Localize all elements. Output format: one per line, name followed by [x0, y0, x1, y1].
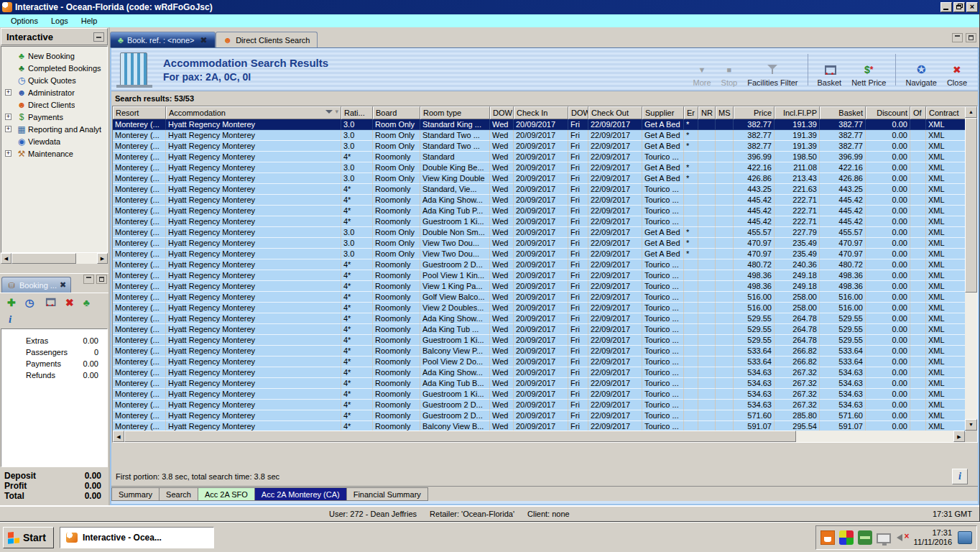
table-row[interactable]: Monterey (...Hyatt Regency Monterey3.0Ro… — [113, 141, 966, 152]
column-header-rati[interactable]: Rati... — [341, 106, 373, 119]
table-row[interactable]: Monterey (...Hyatt Regency Monterey4*Roo… — [113, 292, 966, 303]
table-row[interactable]: Monterey (...Hyatt Regency Monterey4*Roo… — [113, 367, 966, 378]
booking-maximize-button[interactable] — [96, 275, 107, 284]
scroll-thumb[interactable] — [965, 118, 977, 293]
sidebar-item-reporting-and-analyt[interactable]: +▦Reporting and Analyt — [1, 123, 107, 135]
column-header-discount[interactable]: Discount — [866, 106, 910, 119]
column-header-contract[interactable]: Contract — [926, 106, 966, 119]
table-row[interactable]: Monterey (...Hyatt Regency Monterey4*Roo… — [113, 410, 966, 421]
bottom-tab-acc-2a-monterey-ca[interactable]: Acc 2A Monterey (CA) — [255, 487, 347, 501]
column-header-of[interactable]: Of — [910, 106, 926, 119]
start-button[interactable]: Start — [3, 527, 54, 548]
scroll-thumb[interactable] — [124, 431, 796, 442]
table-row[interactable]: Monterey (...Hyatt Regency Monterey4*Roo… — [113, 400, 966, 410]
column-header-dow[interactable]: DOW — [568, 106, 588, 119]
tab-direct-clients-search[interactable]: ☻ Direct Clients Search — [216, 32, 318, 47]
table-row[interactable]: Monterey (...Hyatt Regency Monterey4*Roo… — [113, 324, 966, 335]
table-row[interactable]: Monterey (...Hyatt Regency Monterey4*Roo… — [113, 152, 966, 162]
table-row[interactable]: Monterey (...Hyatt Regency Monterey3.0Ro… — [113, 173, 966, 184]
pane-minimize-button[interactable] — [952, 33, 963, 42]
sidebar-item-new-booking[interactable]: +♣New Booking — [1, 50, 107, 62]
quick-quote-button[interactable]: ◷ — [25, 297, 34, 308]
tray-clock[interactable]: 17:31 11/11/2016 — [914, 528, 952, 547]
sidebar-item-maintenance[interactable]: +⚒Maintenance — [1, 147, 107, 160]
column-header-nr[interactable]: NR — [698, 106, 716, 119]
close-button[interactable]: ✖ Close — [942, 51, 972, 88]
graphics-tray-icon[interactable] — [858, 530, 872, 545]
sidebar-item-administrator[interactable]: +☻Administrator — [1, 86, 107, 98]
table-row[interactable]: Monterey (...Hyatt Regency Monterey4*Roo… — [113, 281, 966, 292]
column-header-check-in[interactable]: Check In — [514, 106, 568, 119]
column-header-check-out[interactable]: Check Out — [588, 106, 642, 119]
table-row[interactable]: Monterey (...Hyatt Regency Monterey4*Roo… — [113, 389, 966, 400]
table-row[interactable]: Monterey (...Hyatt Regency Monterey3.0Ro… — [113, 162, 966, 173]
nett-price-button[interactable]: $ Nett Price — [846, 51, 891, 88]
taskbar-app-button[interactable]: Interactive - Ocea... — [60, 527, 214, 548]
scroll-right-arrow[interactable]: ▶ — [97, 253, 108, 264]
sidebar-hscrollbar[interactable]: ◀ ▶ — [1, 253, 108, 264]
table-row[interactable]: Monterey (...Hyatt Regency Monterey3.0Ro… — [113, 249, 966, 259]
tab-booking-ref[interactable]: ♣ Book. ref. : <none> ✖ — [110, 32, 216, 47]
window-close-button[interactable]: × — [966, 2, 978, 12]
scroll-track[interactable] — [124, 431, 953, 442]
bottom-tab-financial-summary[interactable]: Financial Summary — [347, 487, 428, 501]
sidebar-item-quick-quotes[interactable]: +◷Quick Quotes — [1, 74, 107, 86]
horizontal-scrollbar[interactable]: ◀ ▶ — [113, 431, 965, 442]
antivirus-tray-icon[interactable] — [839, 530, 854, 545]
show-desktop-icon[interactable] — [958, 531, 972, 544]
table-row[interactable]: Monterey (...Hyatt Regency Monterey4*Roo… — [113, 313, 966, 324]
scroll-thumb[interactable] — [11, 253, 76, 264]
scroll-track[interactable] — [965, 118, 977, 419]
table-row[interactable]: Monterey (...Hyatt Regency Monterey4*Roo… — [113, 378, 966, 389]
column-header-er[interactable]: Er — [684, 106, 698, 119]
column-header-ms[interactable]: MS — [716, 106, 734, 119]
table-row[interactable]: Monterey (...Hyatt Regency Monterey4*Roo… — [113, 346, 966, 356]
network-tray-icon[interactable] — [877, 533, 891, 543]
scroll-up-arrow[interactable]: ▲ — [965, 106, 977, 118]
sidebar-item-direct-clients[interactable]: +☻Direct Clients — [1, 98, 107, 111]
volume-muted-icon[interactable] — [895, 530, 910, 545]
sidebar-item-viewdata[interactable]: +◉Viewdata — [1, 135, 107, 147]
booking-tab[interactable]: ⛁ Booking ... ✖ — [1, 277, 71, 293]
navigate-button[interactable]: ✪ Navigate — [900, 51, 941, 88]
column-header-price[interactable]: Price — [734, 106, 775, 119]
sidebar-item-payments[interactable]: +$Payments — [1, 111, 107, 123]
scroll-down-arrow[interactable]: ▼ — [965, 419, 977, 431]
bottom-tab-search[interactable]: Search — [160, 487, 198, 501]
table-row[interactable]: Monterey (...Hyatt Regency Monterey3.0Ro… — [113, 119, 966, 130]
facilities-filter-button[interactable]: Facilities Filter — [742, 51, 803, 88]
move-to-basket-button[interactable] — [43, 296, 56, 309]
column-header-accommodation[interactable]: Accommodation — [166, 106, 341, 119]
sidebar-item-completed-bookings[interactable]: +♣Completed Bookings — [1, 62, 107, 74]
table-row[interactable]: Monterey (...Hyatt Regency Monterey4*Roo… — [113, 270, 966, 281]
menu-help[interactable]: Help — [75, 16, 104, 26]
expand-icon[interactable]: + — [5, 89, 11, 96]
column-header-board[interactable]: Board — [373, 106, 420, 119]
table-row[interactable]: Monterey (...Hyatt Regency Monterey4*Roo… — [113, 216, 966, 227]
menu-logs[interactable]: Logs — [45, 16, 75, 26]
column-header-room-type[interactable]: Room type — [420, 106, 490, 119]
table-row[interactable]: Monterey (...Hyatt Regency Monterey4*Roo… — [113, 259, 966, 270]
window-restore-button[interactable] — [953, 2, 965, 12]
bottom-tab-acc-2a-sfo[interactable]: Acc 2A SFO — [198, 487, 255, 501]
filter-icon[interactable] — [325, 109, 338, 117]
booking-minimize-button[interactable] — [83, 275, 94, 284]
column-header-dow[interactable]: DOW — [490, 106, 514, 119]
bottom-tab-summary[interactable]: Summary — [111, 487, 160, 501]
expand-icon[interactable]: + — [5, 114, 11, 120]
column-header-basket[interactable]: Basket — [820, 106, 866, 119]
pane-maximize-button[interactable] — [966, 33, 976, 42]
info-button[interactable]: i — [9, 313, 11, 326]
vertical-scrollbar[interactable]: ▲ ▼ — [965, 106, 977, 431]
table-row[interactable]: Monterey (...Hyatt Regency Monterey4*Roo… — [113, 335, 966, 346]
table-row[interactable]: Monterey (...Hyatt Regency Monterey3.0Ro… — [113, 130, 966, 141]
scroll-track[interactable] — [11, 253, 97, 264]
table-row[interactable]: Monterey (...Hyatt Regency Monterey3.0Ro… — [113, 238, 966, 249]
scroll-left-arrow[interactable]: ◀ — [113, 431, 124, 442]
scroll-right-arrow[interactable]: ▶ — [953, 431, 965, 442]
table-row[interactable]: Monterey (...Hyatt Regency Monterey4*Roo… — [113, 356, 966, 367]
add-button[interactable]: ✚ — [7, 297, 16, 308]
expand-icon[interactable]: + — [5, 126, 11, 132]
window-minimize-button[interactable] — [940, 2, 952, 12]
column-header-incl-fl-pp[interactable]: Incl.Fl.PP — [775, 106, 820, 119]
